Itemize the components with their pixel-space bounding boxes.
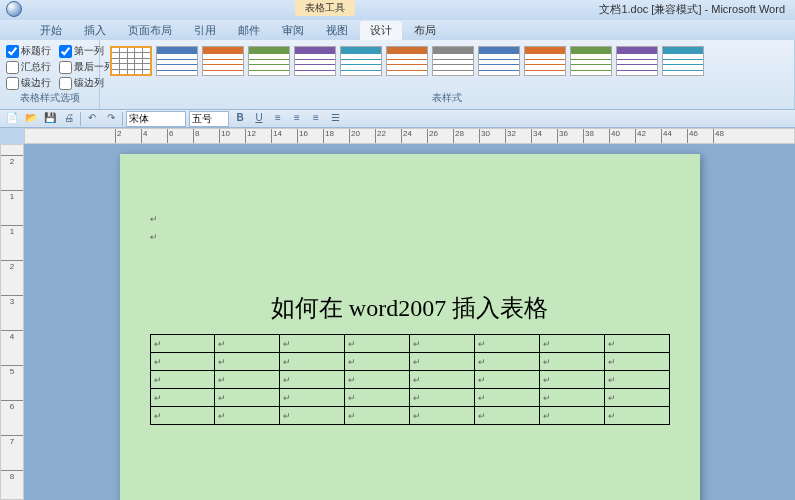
ribbon-tabs: 开始 插入 页面布局 引用 邮件 审阅 视图 设计 布局	[0, 20, 795, 40]
table-cell[interactable]: ↵	[280, 407, 345, 425]
ribbon: 标题行 汇总行 镶边行 第一列 最后一列 镶边列 表格样式选项 表样式	[0, 40, 795, 110]
qat-new-icon[interactable]: 📄	[4, 112, 20, 126]
table-style-preview[interactable]	[202, 46, 244, 76]
table-cell[interactable]: ↵	[215, 389, 280, 407]
check-header-row[interactable]: 标题行	[6, 44, 51, 58]
table-cell[interactable]: ↵	[150, 407, 215, 425]
table-cell[interactable]: ↵	[345, 335, 410, 353]
table-cell[interactable]: ↵	[539, 389, 604, 407]
table-cell[interactable]: ↵	[474, 353, 539, 371]
table-cell[interactable]: ↵	[474, 371, 539, 389]
table-cell[interactable]: ↵	[345, 389, 410, 407]
quick-access-toolbar: 📄 📂 💾 🖨 ↶ ↷ 宋体 五号 B U ≡ ≡ ≡ ☰	[0, 110, 795, 128]
qat-open-icon[interactable]: 📂	[23, 112, 39, 126]
table-cell[interactable]: ↵	[539, 371, 604, 389]
table-cell[interactable]: ↵	[410, 353, 475, 371]
align-right-icon[interactable]: ≡	[308, 112, 324, 126]
bullets-icon[interactable]: ☰	[327, 112, 343, 126]
underline-icon[interactable]: U	[251, 112, 267, 126]
page[interactable]: ↵ ↵ 如何在 word2007 插入表格 ↵↵↵↵↵↵↵↵↵↵↵↵↵↵↵↵↵↵…	[120, 154, 700, 500]
check-banded-rows[interactable]: 镶边行	[6, 76, 51, 90]
table-cell[interactable]: ↵	[150, 389, 215, 407]
group-label-table-styles: 表样式	[106, 91, 788, 105]
table-cell[interactable]: ↵	[410, 389, 475, 407]
group-label-style-options: 表格样式选项	[6, 91, 93, 105]
table-cell[interactable]: ↵	[539, 407, 604, 425]
tab-insert[interactable]: 插入	[74, 21, 116, 40]
table-cell[interactable]: ↵	[280, 353, 345, 371]
check-total-row[interactable]: 汇总行	[6, 60, 51, 74]
tab-references[interactable]: 引用	[184, 21, 226, 40]
table-cell[interactable]: ↵	[150, 353, 215, 371]
group-style-options: 标题行 汇总行 镶边行 第一列 最后一列 镶边列 表格样式选项	[0, 40, 100, 109]
table-style-preview[interactable]	[156, 46, 198, 76]
table-cell[interactable]: ↵	[539, 335, 604, 353]
align-center-icon[interactable]: ≡	[289, 112, 305, 126]
tab-layout[interactable]: 布局	[404, 21, 446, 40]
paragraph-mark: ↵	[150, 214, 670, 224]
horizontal-ruler[interactable]: 2468101214161820222426283032343638404244…	[24, 128, 795, 144]
table-style-preview[interactable]	[478, 46, 520, 76]
table-cell[interactable]: ↵	[474, 407, 539, 425]
table-style-preview[interactable]	[524, 46, 566, 76]
table-cell[interactable]: ↵	[150, 335, 215, 353]
table-cell[interactable]: ↵	[604, 353, 669, 371]
table-cell[interactable]: ↵	[410, 371, 475, 389]
table-style-preview[interactable]	[386, 46, 428, 76]
tab-view[interactable]: 视图	[316, 21, 358, 40]
document-area: 2112345678 ↵ ↵ 如何在 word2007 插入表格 ↵↵↵↵↵↵↵…	[0, 144, 795, 500]
vertical-ruler[interactable]: 2112345678	[0, 144, 24, 500]
table-cell[interactable]: ↵	[345, 407, 410, 425]
inserted-table[interactable]: ↵↵↵↵↵↵↵↵↵↵↵↵↵↵↵↵↵↵↵↵↵↵↵↵↵↵↵↵↵↵↵↵↵↵↵↵↵↵↵↵	[150, 334, 670, 425]
table-cell[interactable]: ↵	[474, 335, 539, 353]
table-cell[interactable]: ↵	[215, 335, 280, 353]
tab-page-layout[interactable]: 页面布局	[118, 21, 182, 40]
table-cell[interactable]: ↵	[474, 389, 539, 407]
table-style-preview[interactable]	[432, 46, 474, 76]
tab-mailings[interactable]: 邮件	[228, 21, 270, 40]
table-cell[interactable]: ↵	[345, 353, 410, 371]
separator	[122, 112, 123, 126]
table-style-preview[interactable]	[340, 46, 382, 76]
qat-save-icon[interactable]: 💾	[42, 112, 58, 126]
bold-icon[interactable]: B	[232, 112, 248, 126]
table-cell[interactable]: ↵	[539, 353, 604, 371]
tab-design[interactable]: 设计	[360, 21, 402, 40]
table-style-preview[interactable]	[616, 46, 658, 76]
separator	[80, 112, 81, 126]
office-button[interactable]	[4, 0, 32, 20]
table-cell[interactable]: ↵	[280, 371, 345, 389]
qat-print-icon[interactable]: 🖨	[61, 112, 77, 126]
table-cell[interactable]: ↵	[215, 353, 280, 371]
table-cell[interactable]: ↵	[410, 407, 475, 425]
table-cell[interactable]: ↵	[410, 335, 475, 353]
window-title: 文档1.doc [兼容模式] - Microsoft Word	[599, 2, 785, 17]
group-table-styles: 表样式	[100, 40, 795, 109]
table-cell[interactable]: ↵	[345, 371, 410, 389]
document-heading[interactable]: 如何在 word2007 插入表格	[150, 292, 670, 324]
table-cell[interactable]: ↵	[604, 407, 669, 425]
table-style-preview[interactable]	[294, 46, 336, 76]
table-cell[interactable]: ↵	[215, 371, 280, 389]
title-bar: 表格工具 文档1.doc [兼容模式] - Microsoft Word	[0, 0, 795, 20]
table-cell[interactable]: ↵	[280, 389, 345, 407]
table-style-preview[interactable]	[662, 46, 704, 76]
qat-undo-icon[interactable]: ↶	[84, 112, 100, 126]
qat-redo-icon[interactable]: ↷	[103, 112, 119, 126]
table-cell[interactable]: ↵	[604, 371, 669, 389]
table-style-preview[interactable]	[110, 46, 152, 76]
table-style-preview[interactable]	[248, 46, 290, 76]
table-style-preview[interactable]	[570, 46, 612, 76]
tab-review[interactable]: 审阅	[272, 21, 314, 40]
font-size-select[interactable]: 五号	[189, 111, 229, 127]
align-left-icon[interactable]: ≡	[270, 112, 286, 126]
table-cell[interactable]: ↵	[280, 335, 345, 353]
document-canvas[interactable]: ↵ ↵ 如何在 word2007 插入表格 ↵↵↵↵↵↵↵↵↵↵↵↵↵↵↵↵↵↵…	[24, 144, 795, 500]
font-name-select[interactable]: 宋体	[126, 111, 186, 127]
table-cell[interactable]: ↵	[604, 335, 669, 353]
table-cell[interactable]: ↵	[150, 371, 215, 389]
table-cell[interactable]: ↵	[215, 407, 280, 425]
paragraph-mark: ↵	[150, 232, 670, 242]
tab-start[interactable]: 开始	[30, 21, 72, 40]
table-cell[interactable]: ↵	[604, 389, 669, 407]
